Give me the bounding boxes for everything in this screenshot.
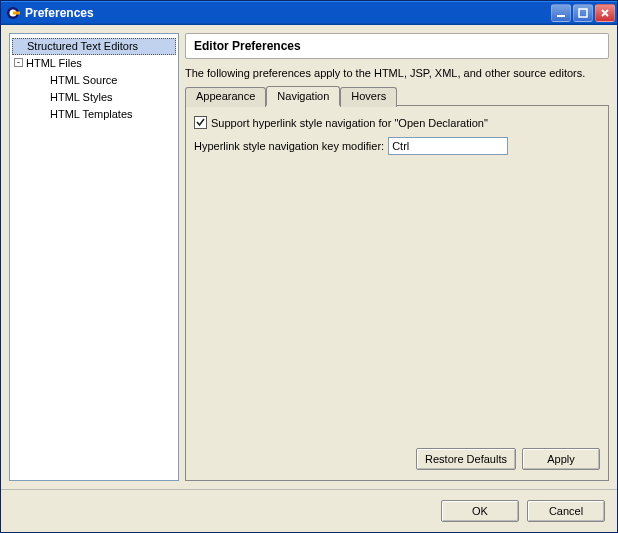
preferences-window: Preferences Structured Text Editors - HT… (0, 0, 618, 533)
minimize-button[interactable] (551, 4, 571, 22)
tree-item-label: HTML Source (50, 74, 117, 86)
close-button[interactable] (595, 4, 615, 22)
tab-hovers[interactable]: Hovers (340, 87, 397, 107)
tree-item-html-templates[interactable]: HTML Templates (12, 106, 176, 123)
tab-label: Hovers (351, 90, 386, 102)
preference-tree[interactable]: Structured Text Editors - HTML Files HTM… (9, 33, 179, 481)
tree-item-label: Structured Text Editors (27, 40, 138, 52)
svg-rect-2 (13, 12, 20, 15)
hyperlink-support-checkbox[interactable] (194, 116, 207, 129)
tree-item-label: HTML Files (26, 57, 82, 69)
ok-button[interactable]: OK (441, 500, 519, 522)
maximize-button[interactable] (573, 4, 593, 22)
tab-appearance[interactable]: Appearance (185, 87, 266, 107)
apply-button[interactable]: Apply (522, 448, 600, 470)
panel-description: The following preferences apply to the H… (185, 67, 609, 79)
editor-preferences-panel: Editor Preferences The following prefere… (185, 33, 609, 481)
svg-rect-3 (557, 15, 565, 17)
cancel-button[interactable]: Cancel (527, 500, 605, 522)
tree-item-structured-text-editors[interactable]: Structured Text Editors (12, 38, 176, 55)
tree-item-html-source[interactable]: HTML Source (12, 72, 176, 89)
svg-rect-4 (579, 9, 587, 17)
restore-defaults-button[interactable]: Restore Defaults (416, 448, 516, 470)
titlebar: Preferences (1, 1, 617, 25)
tree-item-label: HTML Templates (50, 108, 133, 120)
app-icon (5, 5, 21, 21)
modifier-input[interactable] (388, 137, 508, 155)
tab-navigation[interactable]: Navigation (266, 86, 340, 106)
hyperlink-support-row: Support hyperlink style navigation for "… (194, 116, 600, 129)
panel-button-row: Restore Defaults Apply (194, 440, 600, 470)
dialog-footer: OK Cancel (1, 489, 617, 532)
panel-header: Editor Preferences (185, 33, 609, 59)
modifier-label: Hyperlink style navigation key modifier: (194, 140, 384, 152)
tab-bar: Appearance Navigation Hovers (185, 85, 609, 105)
tab-label: Appearance (196, 90, 255, 102)
tree-collapse-icon[interactable]: - (14, 58, 23, 67)
tree-item-html-files[interactable]: - HTML Files (12, 55, 176, 72)
check-icon (195, 117, 206, 128)
window-buttons (551, 4, 615, 22)
tab-label: Navigation (277, 90, 329, 102)
tab-content-navigation: Support hyperlink style navigation for "… (185, 105, 609, 481)
modifier-row: Hyperlink style navigation key modifier: (194, 137, 600, 155)
tree-item-label: HTML Styles (50, 91, 113, 103)
hyperlink-support-label: Support hyperlink style navigation for "… (211, 117, 488, 129)
window-title: Preferences (25, 6, 551, 20)
tree-item-html-styles[interactable]: HTML Styles (12, 89, 176, 106)
content-area: Structured Text Editors - HTML Files HTM… (1, 25, 617, 489)
